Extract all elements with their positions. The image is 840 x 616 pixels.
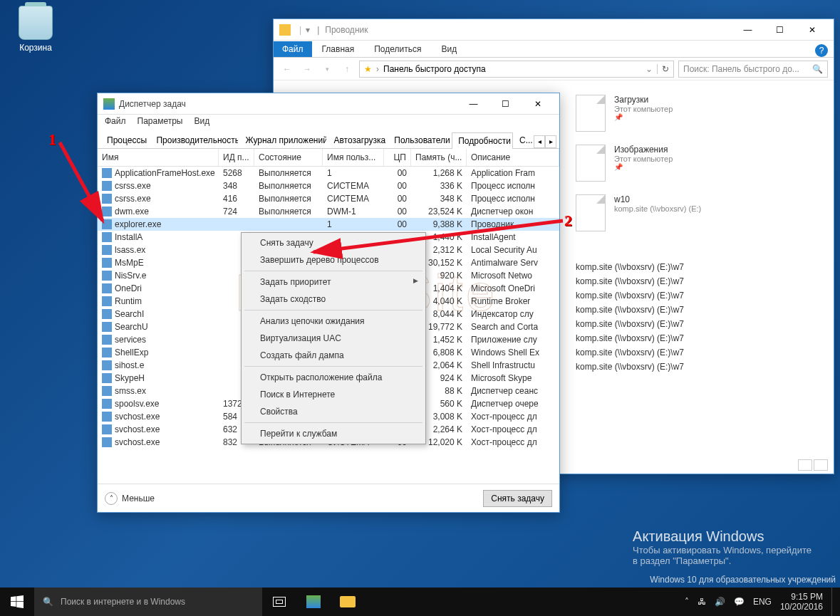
context-menu-item[interactable]: Создать файл дампа: [243, 347, 424, 364]
process-icon: [102, 245, 112, 255]
tab-performance[interactable]: Производительность: [150, 132, 239, 148]
process-description: Диспетчер окон: [467, 206, 559, 217]
context-menu-item[interactable]: Анализ цепочки ожидания: [243, 313, 424, 330]
col-user[interactable]: Имя польз...: [323, 149, 384, 166]
ribbon-file-tab[interactable]: Файл: [274, 41, 312, 57]
recent-file-item[interactable]: komp.site (\\vboxsrv) (E:)\w7: [576, 303, 816, 317]
process-cpu: 00: [384, 206, 411, 217]
fewer-details-button[interactable]: ˄ Меньше: [105, 492, 155, 505]
close-button[interactable]: ✕: [796, 20, 828, 40]
maximize-button[interactable]: ☐: [489, 94, 522, 114]
context-menu-item[interactable]: Задать приоритет: [243, 273, 424, 291]
address-dropdown-icon[interactable]: ⌄: [645, 64, 653, 74]
process-name: lsass.ex: [115, 245, 145, 255]
table-header[interactable]: Имя ИД п... Состояние Имя польз... ЦП Па…: [98, 149, 559, 167]
col-name[interactable]: Имя: [98, 149, 219, 166]
tray-chevron-icon[interactable]: ˄: [685, 597, 689, 607]
close-button[interactable]: ✕: [522, 94, 554, 114]
refresh-icon[interactable]: ↻: [657, 64, 669, 74]
explorer-search-input[interactable]: Поиск: Панель быстрого до... 🔍: [678, 61, 828, 78]
process-row[interactable]: ApplicationFrameHost.exe 5268 Выполняетс…: [98, 167, 559, 179]
context-menu-item[interactable]: Снять задачу: [243, 234, 424, 251]
tab-app-history[interactable]: Журнал приложений: [239, 132, 327, 148]
explorer-content-pane[interactable]: Загрузки Этот компьютер 📌 Изображения Эт…: [559, 80, 834, 474]
quick-access-item[interactable]: w10 komp.site (\\vboxsrv) (E:): [576, 194, 816, 231]
end-task-button[interactable]: Снять задачу: [483, 490, 552, 507]
col-mem[interactable]: Память (ч...: [411, 149, 467, 166]
process-icon: [102, 168, 112, 178]
taskmgr-title: Диспетчер задач: [119, 99, 457, 109]
context-menu-item[interactable]: Задать сходство: [243, 291, 424, 308]
process-row[interactable]: explorer.exe 1 00 9,388 K Проводник: [98, 218, 559, 231]
menu-options[interactable]: Параметры: [138, 116, 183, 129]
breadcrumb-root[interactable]: Панель быстрого доступа: [383, 64, 486, 74]
explorer-taskbar-button[interactable]: [331, 588, 365, 616]
view-large-icon[interactable]: [814, 459, 828, 471]
tab-users[interactable]: Пользователи: [388, 132, 452, 148]
recent-file-item[interactable]: komp.site (\\vboxsrv) (E:)\w7: [576, 360, 816, 374]
nav-up-button[interactable]: ↑: [339, 61, 355, 77]
nav-back-button[interactable]: ←: [279, 61, 295, 77]
process-row[interactable]: csrss.exe 348 Выполняется СИСТЕМА 00 336…: [98, 179, 559, 192]
taskbar: 🔍 Поиск в интернете и в Windows ˄ 🖧 🔊 💬 …: [0, 588, 840, 616]
tab-details[interactable]: Подробности: [452, 132, 513, 149]
network-icon[interactable]: 🖧: [698, 597, 706, 607]
taskbar-clock[interactable]: 9:15 PM 10/20/2016: [780, 592, 823, 612]
minimize-button[interactable]: —: [457, 94, 489, 114]
menu-view[interactable]: Вид: [194, 116, 209, 129]
ribbon-help-icon[interactable]: ?: [815, 44, 828, 57]
context-menu-item[interactable]: Свойства: [243, 403, 424, 420]
notifications-icon[interactable]: 💬: [734, 597, 745, 607]
context-menu-item[interactable]: Поиск в Интернете: [243, 386, 424, 403]
tab-processes[interactable]: Процессы: [100, 132, 150, 148]
qat-dropdown-icon[interactable]: ▾ |: [306, 25, 319, 35]
recent-file-item[interactable]: komp.site (\\vboxsrv) (E:)\w7: [576, 331, 816, 345]
recent-file-item[interactable]: komp.site (\\vboxsrv) (E:)\w7: [576, 288, 816, 303]
minimize-button[interactable]: —: [732, 20, 764, 40]
menu-file[interactable]: Файл: [105, 116, 126, 129]
process-row[interactable]: csrss.exe 416 Выполняется СИСТЕМА 00 348…: [98, 192, 559, 205]
windows-edition: Windows 10 для образовательных учреждени…: [650, 575, 836, 585]
recent-file-item[interactable]: komp.site (\\vboxsrv) (E:)\w7: [576, 274, 816, 288]
address-input[interactable]: ★ › Панель быстрого доступа ⌄ ↻: [359, 61, 674, 78]
col-desc[interactable]: Описание: [467, 149, 559, 166]
process-row[interactable]: dwm.exe 724 Выполняется DWM-1 00 23,524 …: [98, 205, 559, 218]
recycle-bin[interactable]: Корзина: [14, 6, 57, 53]
recent-file-item[interactable]: komp.site (\\vboxsrv) (E:)\w7: [576, 260, 816, 274]
nav-recent-button[interactable]: ▾: [319, 61, 335, 77]
context-menu-item[interactable]: Открыть расположение файла: [243, 369, 424, 386]
nav-forward-button[interactable]: →: [299, 61, 315, 77]
show-desktop-button[interactable]: [831, 588, 836, 616]
ribbon-share-tab[interactable]: Поделиться: [364, 41, 431, 57]
process-description: Application Fram: [467, 167, 559, 179]
recent-file-item[interactable]: komp.site (\\vboxsrv) (E:)\w7: [576, 317, 816, 331]
ribbon-home-tab[interactable]: Главная: [312, 41, 365, 57]
tab-scroll-right[interactable]: ▸: [545, 135, 556, 148]
taskmgr-taskbar-button[interactable]: [296, 588, 331, 616]
start-button[interactable]: [0, 588, 34, 616]
process-icon: [102, 386, 112, 396]
col-state[interactable]: Состояние: [254, 149, 323, 166]
quick-access-item[interactable]: Изображения Этот компьютер 📌: [576, 145, 816, 182]
maximize-button[interactable]: ☐: [764, 20, 796, 40]
tab-scroll-left[interactable]: ◂: [534, 135, 545, 148]
recent-file-item[interactable]: komp.site (\\vboxsrv) (E:)\w7: [576, 345, 816, 360]
quick-access-item[interactable]: Загрузки Этот компьютер 📌: [576, 95, 816, 132]
volume-icon[interactable]: 🔊: [715, 597, 725, 607]
context-menu-item[interactable]: Виртуализация UAC: [243, 330, 424, 347]
context-menu-item[interactable]: Перейти к службам: [243, 425, 424, 442]
tab-services[interactable]: С...: [513, 132, 534, 148]
ribbon-view-tab[interactable]: Вид: [431, 41, 467, 57]
col-cpu[interactable]: ЦП: [384, 149, 411, 166]
context-menu-item[interactable]: Завершить дерево процессов: [243, 251, 424, 268]
tab-startup[interactable]: Автозагрузка: [327, 132, 388, 148]
taskmgr-titlebar[interactable]: Диспетчер задач — ☐ ✕: [98, 93, 559, 115]
task-view-button[interactable]: [262, 588, 296, 616]
explorer-titlebar[interactable]: | ▾ | Проводник — ☐ ✕: [274, 19, 834, 41]
col-pid[interactable]: ИД п...: [219, 149, 254, 166]
process-name: OneDri: [115, 283, 142, 293]
view-details-icon[interactable]: [798, 459, 812, 471]
process-icon: [102, 258, 112, 268]
language-indicator[interactable]: ENG: [753, 597, 772, 607]
taskbar-search-input[interactable]: 🔍 Поиск в интернете и в Windows: [34, 588, 262, 616]
